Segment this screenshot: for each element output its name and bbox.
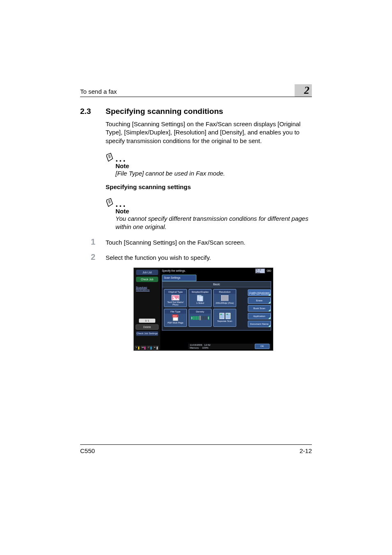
status-message: Specify the settings. <box>162 269 186 272</box>
section-title: Specifying scanning conditions <box>106 107 223 116</box>
file-type-button[interactable]: File Type PDF PDF Multi Page <box>164 309 187 327</box>
section-number: 2.3 <box>80 107 97 116</box>
broadcast-destinations-label: Broadcast Destinations <box>134 284 160 292</box>
svg-rect-3 <box>199 296 203 301</box>
quality-adjustment-button[interactable]: Quality Adjustment <box>248 289 271 296</box>
step-number: 2 <box>80 252 97 262</box>
page-icon <box>196 295 205 301</box>
toner-black-icon: K <box>153 346 159 350</box>
erase-button[interactable]: Erase <box>248 297 271 304</box>
density-strip-icon: ◂▸ <box>191 316 209 320</box>
status-datetime: 11/15/2006 12:52 Memory 100% <box>190 344 210 349</box>
intro-paragraph: Touching [Scanning Settings] on the Fax/… <box>106 120 312 145</box>
note-block-2: ... Note You cannot specify different tr… <box>106 196 312 231</box>
note-body: [File Type] cannot be used in Fax mode. <box>115 169 312 178</box>
separate-scan-icon <box>219 313 231 319</box>
num-of-dest-icon: No. of Dest. <box>255 268 265 273</box>
page-indicator: 1/ 1 <box>139 319 155 323</box>
scan-settings-screenshot: Job List Check Job Broadcast Destination… <box>134 268 273 351</box>
step-text: Select the function you wish to specify. <box>106 254 312 261</box>
pdf-icon: PDF <box>171 314 180 321</box>
svg-text:PDF: PDF <box>173 314 177 317</box>
footer-model: C550 <box>80 447 95 454</box>
grid-icon <box>220 295 229 301</box>
simplex-duplex-button[interactable]: Simplex/Duplex 1-Sided <box>189 289 212 307</box>
subheading-scanning-settings: Specifying scanning settings <box>106 183 312 190</box>
running-header: To send a fax <box>80 88 117 95</box>
photo-icon <box>171 295 180 301</box>
note-icon <box>106 153 115 162</box>
check-job-button[interactable]: Check Job <box>136 277 158 282</box>
toner-magenta-icon: M <box>141 346 146 350</box>
original-type-button[interactable]: Original Type Text/ Dot Matrix/ Photo <box>164 289 187 307</box>
dest-count: 000 <box>267 269 271 272</box>
book-scan-button[interactable]: Book Scan <box>248 305 271 312</box>
step-text: Touch [Scanning Settings] on the Fax/Sca… <box>106 239 312 246</box>
separate-scan-button[interactable]: Separate Scan <box>213 309 236 327</box>
footer-page-number: 2-12 <box>300 447 312 454</box>
step-number: 1 <box>80 237 97 247</box>
note-ellipsis-icon: ... <box>115 157 127 162</box>
scan-settings-tab[interactable]: Scan Settings <box>162 275 196 281</box>
ui-left-panel: Job List Check Job Broadcast Destination… <box>134 268 160 350</box>
toner-cyan-icon: C <box>147 346 152 350</box>
delete-button[interactable]: Delete <box>136 324 159 330</box>
basic-section-label: Basic <box>162 282 271 287</box>
application-button[interactable]: Application <box>248 313 271 319</box>
note-label: Note <box>115 162 312 169</box>
note-body: You cannot specify different transmissio… <box>115 215 312 231</box>
note-ellipsis-icon: ... <box>115 202 127 207</box>
resolution-button[interactable]: Resolution 200x200dpi (Fine) <box>213 289 236 307</box>
density-button[interactable]: Density ◂▸ <box>189 309 212 327</box>
note-icon <box>106 198 115 207</box>
ok-button[interactable]: OK <box>255 344 270 349</box>
job-list-button[interactable]: Job List <box>136 270 158 275</box>
check-job-settings-button[interactable]: Check Job Settings <box>136 331 158 336</box>
document-name-button[interactable]: Document Name <box>248 321 271 327</box>
toner-supply-indicator: Y M C K <box>135 346 159 350</box>
chapter-number-tab: 2 <box>295 84 312 97</box>
svg-point-1 <box>173 296 175 298</box>
toner-yellow-icon: Y <box>135 346 140 350</box>
note-block-1: ... Note [File Type] cannot be used in F… <box>106 151 312 178</box>
note-label: Note <box>115 208 312 215</box>
ui-main-panel: Specify the settings. No. of Dest. 000 S… <box>160 268 273 350</box>
